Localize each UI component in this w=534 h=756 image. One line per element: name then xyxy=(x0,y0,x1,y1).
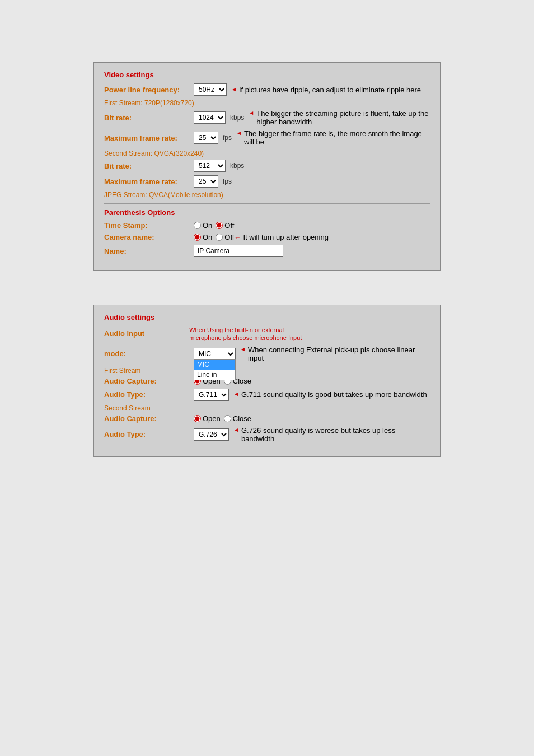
audio-input-annotation: When Using the built-in or external micr… xyxy=(189,326,312,342)
audio-first-stream-label: First Stream xyxy=(104,367,430,375)
first-type-control: G.711 G.726 xyxy=(194,389,229,401)
camera-name-annotation: It will turn up after opening xyxy=(234,233,328,241)
name-row: Name: xyxy=(104,245,430,257)
timestamp-off-option[interactable]: Off xyxy=(216,221,234,230)
second-type-row: Audio Type: G.711 G.726 G.726 sound qual… xyxy=(104,426,430,443)
camera-name-on-radio[interactable] xyxy=(194,234,201,241)
second-bitrate-control: 256 512 1024 kbps xyxy=(194,160,244,172)
panel-divider xyxy=(104,203,430,204)
jpeg-stream-label: JPEG Stream: QVCA(Mobile resolution) xyxy=(104,191,430,199)
second-bitrate-unit: kbps xyxy=(230,162,244,170)
mode-label: mode: xyxy=(104,349,194,358)
audio-second-stream-label: Second Stream xyxy=(104,404,430,412)
second-capture-close-option[interactable]: Close xyxy=(224,414,251,423)
parenthesis-title: Parenthesis Options xyxy=(104,208,430,217)
second-capture-close-label: Close xyxy=(233,414,251,423)
first-capture-row: Audio Capture: Open Close xyxy=(104,377,430,385)
second-capture-open-option[interactable]: Open xyxy=(194,414,221,423)
camera-name-label: Camera name: xyxy=(104,233,194,241)
name-label: Name: xyxy=(104,247,194,255)
second-type-control: G.711 G.726 xyxy=(194,428,229,441)
top-divider xyxy=(11,34,523,34)
camera-name-row: Camera name: On Off It will turn up afte… xyxy=(104,233,430,241)
timestamp-on-label: On xyxy=(203,221,212,230)
name-input[interactable] xyxy=(194,245,283,257)
power-line-label: Power line frequency: xyxy=(104,86,194,94)
power-line-annotation: If pictures have ripple, can adjust to e… xyxy=(231,86,421,94)
camera-name-radio-group: On Off xyxy=(194,233,234,241)
mode-option-mic[interactable]: MIC xyxy=(194,360,235,370)
camera-name-off-radio[interactable] xyxy=(216,234,223,241)
second-bitrate-label: Bit rate: xyxy=(104,162,194,170)
power-line-control: 50Hz 60Hz xyxy=(194,83,227,96)
second-framerate-select[interactable]: 15 20 25 30 xyxy=(194,175,218,188)
first-framerate-select[interactable]: 15 20 25 30 xyxy=(194,132,218,144)
second-bitrate-select[interactable]: 256 512 1024 xyxy=(194,160,226,172)
second-type-select[interactable]: G.711 G.726 xyxy=(194,428,229,441)
mode-dropdown-open: MIC Line in xyxy=(194,359,236,380)
timestamp-off-radio[interactable] xyxy=(216,222,223,229)
second-framerate-row: Maximum frame rate: 15 20 25 30 fps xyxy=(104,175,430,188)
first-bitrate-label: Bit rate: xyxy=(104,114,194,122)
second-type-annotation: G.726 sound quality is worese but takes … xyxy=(233,426,430,443)
audio-input-label: Audio input xyxy=(104,329,144,338)
timestamp-radio-group: On Off xyxy=(194,221,234,230)
second-bitrate-row: Bit rate: 256 512 1024 kbps xyxy=(104,160,430,172)
first-capture-label: Audio Capture: xyxy=(104,377,194,385)
second-capture-row: Audio Capture: Open Close xyxy=(104,414,430,423)
camera-name-off-option[interactable]: Off xyxy=(216,233,234,241)
second-capture-open-radio[interactable] xyxy=(194,415,201,422)
first-type-row: Audio Type: G.711 G.726 G.711 sound qual… xyxy=(104,389,430,401)
camera-name-on-option[interactable]: On xyxy=(194,233,212,241)
first-framerate-label: Maximum frame rate: xyxy=(104,134,194,142)
second-framerate-unit: fps xyxy=(223,178,232,185)
second-capture-radio-group: Open Close xyxy=(194,414,251,423)
timestamp-label: Time Stamp: xyxy=(104,221,194,230)
power-line-row: Power line frequency: 50Hz 60Hz If pictu… xyxy=(104,83,430,96)
second-framerate-label: Maximum frame rate: xyxy=(104,178,194,186)
second-type-label: Audio Type: xyxy=(104,430,194,438)
first-bitrate-row: Bit rate: 512 1024 2048 kbps The bigger … xyxy=(104,109,430,126)
audio-settings-panel: Audio settings Audio input When Using th… xyxy=(93,305,441,457)
timestamp-row: Time Stamp: On Off xyxy=(104,221,430,230)
camera-name-on-label: On xyxy=(203,233,212,241)
timestamp-on-option[interactable]: On xyxy=(194,221,212,230)
timestamp-on-radio[interactable] xyxy=(194,222,201,229)
first-framerate-row: Maximum frame rate: 15 20 25 30 fps The … xyxy=(104,129,430,146)
first-framerate-annotation: The bigger the frame rate is, the more s… xyxy=(236,129,430,146)
mode-row: mode: MIC Line in MIC Line in When conne… xyxy=(104,346,430,362)
second-framerate-control: 15 20 25 30 fps xyxy=(194,175,232,188)
second-capture-open-label: Open xyxy=(203,414,221,423)
first-type-annotation: G.711 sound quality is good but takes up… xyxy=(233,390,427,399)
second-capture-label: Audio Capture: xyxy=(104,414,194,423)
power-line-select[interactable]: 50Hz 60Hz xyxy=(194,83,227,96)
first-bitrate-annotation: The bigger the streaming picture is flue… xyxy=(249,109,430,126)
audio-settings-title: Audio settings xyxy=(104,313,430,321)
video-settings-panel: Video settings Power line frequency: 50H… xyxy=(93,62,441,271)
video-settings-title: Video settings xyxy=(104,71,430,79)
second-stream-label: Second Stream: QVGA(320x240) xyxy=(104,150,430,157)
mode-option-linein[interactable]: Line in xyxy=(194,370,235,380)
first-type-select[interactable]: G.711 G.726 xyxy=(194,389,229,401)
second-capture-close-radio[interactable] xyxy=(224,415,231,422)
first-framerate-control: 15 20 25 30 fps xyxy=(194,132,232,144)
page-container: Video settings Power line frequency: 50H… xyxy=(0,0,534,756)
mode-select[interactable]: MIC Line in xyxy=(194,348,236,360)
first-bitrate-unit: kbps xyxy=(230,114,244,122)
camera-name-off-label: Off xyxy=(224,233,234,241)
first-bitrate-control: 512 1024 2048 kbps xyxy=(194,111,244,124)
audio-input-row: Audio input When Using the built-in or e… xyxy=(104,326,430,342)
first-framerate-unit: fps xyxy=(223,134,232,142)
first-type-label: Audio Type: xyxy=(104,390,194,399)
first-stream-label: First Stream: 720P(1280x720) xyxy=(104,99,430,107)
mode-annotation: When connecting External pick-up pls cho… xyxy=(240,346,430,362)
timestamp-off-label: Off xyxy=(224,221,234,230)
mode-select-wrapper: MIC Line in MIC Line in xyxy=(194,348,236,360)
first-bitrate-select[interactable]: 512 1024 2048 xyxy=(194,111,226,124)
